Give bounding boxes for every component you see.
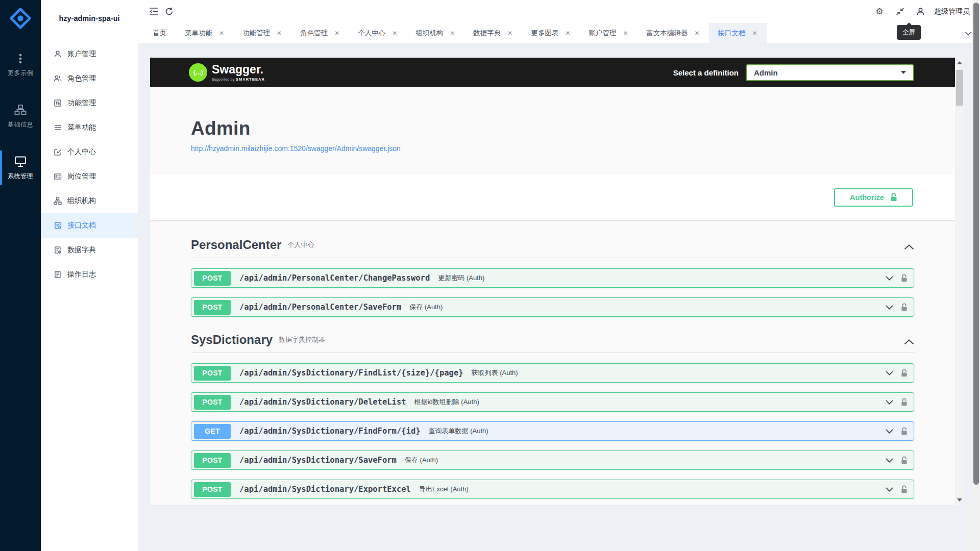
sidebar-item-menus[interactable]: 菜单功能 [41,115,138,140]
tab-close-icon[interactable]: ✕ [507,30,512,37]
scroll-up-arrow-icon[interactable] [957,61,962,64]
tab-rich-text-editor[interactable]: 富文本编辑器✕ [638,23,709,43]
sidebar-item-functions[interactable]: 功能管理 [41,91,138,115]
tab-label: 个人中心 [358,29,385,38]
rail-item-system-admin[interactable]: 系统管理 [0,148,41,187]
tab-close-icon[interactable]: ✕ [219,30,224,37]
tab-api-docs[interactable]: 接口文档✕ [709,23,767,43]
browser-scrollbar[interactable] [972,0,980,551]
tab-close-icon[interactable]: ✕ [752,30,757,37]
tab-close-icon[interactable]: ✕ [695,30,700,37]
sidebar-item-positions[interactable]: 岗位管理 [41,164,138,189]
fullscreen-button[interactable] [892,4,908,19]
sidebar-item-label: 操作日志 [67,270,96,279]
chevron-down-icon[interactable] [886,371,893,375]
chevron-down-icon[interactable] [886,305,893,310]
settings-button[interactable]: ⚙ [872,4,887,19]
top-toolbar: ⚙ 超级管理员 [138,0,980,23]
tab-function-admin[interactable]: 功能管理✕ [233,23,291,43]
tab-role-admin[interactable]: 角色管理✕ [291,23,349,43]
tab-close-icon[interactable]: ✕ [334,30,339,37]
tab-close-icon[interactable]: ✕ [565,30,570,37]
collapse-sidebar-button[interactable] [146,4,161,19]
swagger-scrollbar-thumb[interactable] [956,70,963,106]
tab-close-icon[interactable]: ✕ [277,30,282,37]
chevron-down-icon[interactable] [886,429,893,434]
endpoint-actions [886,456,908,464]
tab-organization[interactable]: 组织机构✕ [406,23,464,43]
tab-label: 接口文档 [718,29,746,38]
chevron-down-icon[interactable] [886,458,893,463]
definition-select[interactable]: Admin [746,64,914,81]
tab-dictionary[interactable]: 数据字典✕ [464,23,522,43]
tab-content-area: {…} Swagger. Supported by SMARTBEAR Sele… [138,44,980,551]
swagger-supported-by: Supported by SMARTBEAR [212,77,265,82]
collapse-section-button[interactable] [904,244,914,251]
unlocked-padlock-icon[interactable] [901,456,908,464]
section-description: 个人中心 [287,240,314,251]
unlocked-padlock-icon[interactable] [901,398,908,406]
endpoint-row[interactable]: GET /api/admin/SysDictionary/FindForm/{i… [191,421,914,441]
unlocked-padlock-icon[interactable] [901,369,908,377]
chevron-up-icon [904,244,914,250]
endpoint-row[interactable]: POST /api/admin/SysDictionary/ExportExce… [191,480,914,499]
sidebar-item-roles[interactable]: 角色管理 [41,66,138,91]
monitor-icon [14,156,27,167]
chevron-down-icon[interactable] [886,276,893,281]
org-nodes-icon [54,197,62,205]
sidebar-item-organization[interactable]: 组织机构 [41,189,138,213]
sidebar-item-dictionary[interactable]: 数据字典 [41,238,138,262]
endpoint-row[interactable]: POST /api/admin/PersonalCenter/SaveForm … [191,297,914,317]
rail-item-basic-info[interactable]: 基础信息 [0,97,41,135]
chevron-down-icon[interactable] [886,487,893,492]
unlocked-padlock-icon [890,193,897,202]
current-user-name[interactable]: 超级管理员 [934,7,970,16]
sidebar-item-label: 岗位管理 [67,172,96,181]
unlocked-padlock-icon[interactable] [901,427,908,435]
sidebar-item-personal-center[interactable]: 个人中心 [41,140,138,164]
tab-label: 首页 [153,29,166,38]
refresh-icon [165,7,174,16]
supported-by-text: Supported by [212,78,235,81]
authorize-button[interactable]: Authorize [834,188,913,207]
chevron-down-icon[interactable] [886,400,893,405]
unlocked-padlock-icon[interactable] [901,485,908,493]
swagger-topbar: {…} Swagger. Supported by SMARTBEAR Sele… [150,58,955,87]
user-icon [54,50,62,58]
tab-personal-center[interactable]: 个人中心✕ [349,23,406,43]
tab-more-charts[interactable]: 更多图表✕ [522,23,579,43]
endpoint-row[interactable]: POST /api/admin/PersonalCenter/ChangePas… [191,268,914,288]
section-header[interactable]: SysDictionary 数据字典控制器 [191,334,914,353]
tab-home[interactable]: 首页 [143,23,176,43]
rail-item-more-examples[interactable]: 更多示例 [0,46,41,84]
collapse-section-button[interactable] [904,339,914,346]
method-badge: POST [194,482,231,497]
swagger-json-link[interactable]: http://hzyadmin.milaizhijie.com:1520/swa… [191,144,401,153]
section-header[interactable]: PersonalCenter 个人中心 [191,239,914,258]
edit-square-icon [54,148,62,156]
browser-scrollbar-thumb[interactable] [973,3,979,485]
user-avatar-button[interactable] [913,4,928,19]
sidebar-item-operation-logs[interactable]: 操作日志 [41,262,138,287]
endpoint-summary: 保存 (Auth) [405,456,438,465]
tab-label: 数据字典 [473,29,501,38]
swagger-scrollbar[interactable] [955,58,964,505]
unlocked-padlock-icon[interactable] [901,303,908,311]
page-tabbar: 首页 菜单功能✕ 功能管理✕ 角色管理✕ 个人中心✕ 组织机构✕ 数据字典✕ 更… [138,23,980,44]
endpoint-row[interactable]: POST /api/admin/SysDictionary/FindList/{… [191,363,914,383]
refresh-button[interactable] [161,4,177,19]
endpoint-row[interactable]: POST /api/admin/SysDictionary/DeleteList… [191,392,914,412]
tab-account-admin[interactable]: 账户管理✕ [579,23,637,43]
tab-close-icon[interactable]: ✕ [623,30,628,37]
unlocked-padlock-icon[interactable] [901,274,908,282]
app-logo[interactable] [0,0,41,33]
sidebar-item-api-docs[interactable]: 接口文档 [41,213,138,238]
tab-close-icon[interactable]: ✕ [392,30,397,37]
tab-close-icon[interactable]: ✕ [450,30,455,37]
endpoint-path: /api/admin/SysDictionary/ExportExcel [239,485,411,494]
endpoint-actions [886,369,908,377]
tab-menu-functions[interactable]: 菜单功能✕ [176,23,233,43]
endpoint-row[interactable]: POST /api/admin/SysDictionary/SaveForm 保… [191,450,914,470]
sidebar-item-accounts[interactable]: 账户管理 [41,42,138,66]
scroll-down-arrow-icon[interactable] [957,498,962,502]
